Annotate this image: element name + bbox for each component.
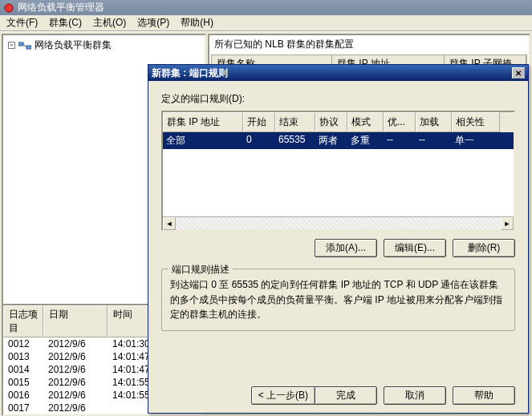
menu-bar: 文件(F) 群集(C) 主机(O) 选项(P) 帮助(H) xyxy=(0,15,532,31)
table-cell: 两者 xyxy=(315,132,347,149)
menu-cluster[interactable]: 群集(C) xyxy=(44,14,87,31)
close-icon[interactable]: ✕ xyxy=(512,67,525,79)
rules-col[interactable]: 群集 IP 地址 xyxy=(163,112,243,132)
group-legend: 端口规则描述 xyxy=(169,263,233,277)
help-button[interactable]: 帮助 xyxy=(453,386,515,405)
log-cell: 2012/9/6 xyxy=(43,363,108,376)
table-cell: 65535 xyxy=(275,132,315,149)
log-cell: 2012/9/6 xyxy=(43,389,108,402)
rules-col[interactable]: 相关性 xyxy=(452,112,500,132)
tree-root-label: 网络负载平衡群集 xyxy=(35,38,112,52)
defined-rules-label: 定义的端口规则(D): xyxy=(161,92,515,106)
table-row[interactable]: 全部065535两者多重----单一 xyxy=(163,132,514,149)
rules-col[interactable]: 开始 xyxy=(243,112,275,132)
port-rules-dialog: 新群集 : 端口规则 ✕ 定义的端口规则(D): 群集 IP 地址开始结束协议模… xyxy=(148,64,529,414)
menu-host[interactable]: 主机(O) xyxy=(88,14,131,31)
rules-col[interactable]: 加载 xyxy=(416,112,452,132)
app-icon xyxy=(3,2,14,14)
rule-description-group: 端口规则描述 到达端口 0 至 65535 的定向到任何群集 IP 地址的 TC… xyxy=(161,269,515,331)
rules-listview[interactable]: 群集 IP 地址开始结束协议模式优...加载相关性 全部065535两者多重--… xyxy=(161,111,515,231)
svg-rect-2 xyxy=(26,46,31,49)
log-cell: 0017 xyxy=(3,402,43,414)
table-cell: 全部 xyxy=(163,132,243,149)
log-cell: 2012/9/6 xyxy=(43,337,108,350)
rules-col[interactable]: 结束 xyxy=(275,112,315,132)
menu-file[interactable]: 文件(F) xyxy=(2,14,43,31)
log-cell: 0015 xyxy=(3,376,43,389)
log-cell: 0014 xyxy=(3,363,43,376)
table-cell: 单一 xyxy=(452,132,500,149)
tree-root-item[interactable]: ▫ 网络负载平衡群集 xyxy=(3,35,205,55)
log-cell: 2012/9/6 xyxy=(43,350,108,363)
rules-columns: 群集 IP 地址开始结束协议模式优...加载相关性 xyxy=(163,112,514,132)
scroll-right-icon[interactable]: ► xyxy=(501,217,514,230)
dialog-title-text: 新群集 : 端口规则 xyxy=(152,67,228,80)
table-cell: 0 xyxy=(243,132,275,149)
table-cell: -- xyxy=(416,132,452,149)
rules-col[interactable]: 优... xyxy=(384,112,416,132)
menu-options[interactable]: 选项(P) xyxy=(132,14,174,31)
log-cell: 2012/9/6 xyxy=(43,402,108,414)
app-title-text: 网络负载平衡管理器 xyxy=(18,1,104,14)
expand-icon[interactable]: ▫ xyxy=(8,42,15,49)
dialog-titlebar[interactable]: 新群集 : 端口规则 ✕ xyxy=(148,65,528,81)
scroll-track[interactable] xyxy=(176,217,501,229)
back-button[interactable]: < 上一步(B) xyxy=(251,386,315,405)
svg-point-0 xyxy=(5,4,13,12)
edit-button[interactable]: 编辑(E)... xyxy=(384,239,446,257)
cluster-icon xyxy=(18,41,31,50)
right-header-title: 所有已知的 NLB 群集的群集配置 xyxy=(214,38,524,51)
dialog-body: 定义的端口规则(D): 群集 IP 地址开始结束协议模式优...加载相关性 全部… xyxy=(148,81,528,413)
menu-help[interactable]: 帮助(H) xyxy=(176,14,218,31)
rules-hscroll[interactable]: ◄ ► xyxy=(163,216,514,229)
remove-button[interactable]: 删除(R) xyxy=(453,239,515,257)
rule-buttons: 添加(A)... 编辑(E)... 删除(R) xyxy=(161,239,515,257)
rules-rows[interactable]: 全部065535两者多重----单一 xyxy=(163,132,514,216)
rules-col[interactable]: 协议 xyxy=(315,112,347,132)
svg-rect-1 xyxy=(18,42,23,46)
cancel-button[interactable]: 取消 xyxy=(384,386,446,405)
add-button[interactable]: 添加(A)... xyxy=(315,239,377,257)
rules-col[interactable]: 模式 xyxy=(347,112,384,132)
svg-line-3 xyxy=(23,44,26,47)
log-cell: 2012/9/6 xyxy=(43,376,108,389)
table-cell: -- xyxy=(384,132,416,149)
app-titlebar: 网络负载平衡管理器 xyxy=(0,0,532,15)
log-cell: 0016 xyxy=(3,389,43,402)
rule-description-text: 到达端口 0 至 65535 的定向到任何群集 IP 地址的 TCP 和 UDP… xyxy=(170,277,506,322)
wizard-nav: < 上一步(B) 完成 取消 帮助 xyxy=(161,386,515,405)
finish-button[interactable]: 完成 xyxy=(315,386,377,405)
log-cell: 0013 xyxy=(3,350,43,363)
log-cell: 0012 xyxy=(3,337,43,350)
table-cell: 多重 xyxy=(347,132,384,149)
scroll-left-icon[interactable]: ◄ xyxy=(163,217,176,230)
log-col-date[interactable]: 日期 xyxy=(43,305,108,337)
log-col-item[interactable]: 日志项目 xyxy=(3,305,43,337)
